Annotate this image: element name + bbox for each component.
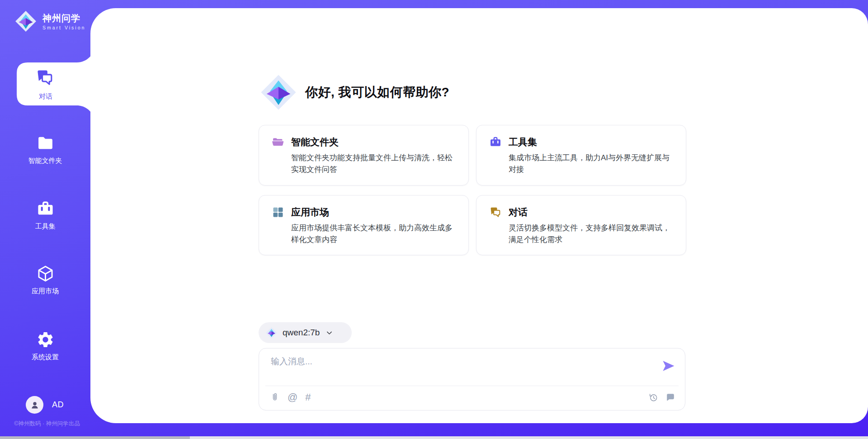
chat-icon [35,68,55,87]
send-button[interactable] [661,359,675,373]
grid-icon [272,206,284,219]
chevron-down-icon [326,329,333,337]
gear-icon [36,330,55,349]
composer-right-toolbar [648,392,675,402]
card-app-market[interactable]: 应用市场 应用市场提供丰富长文本模板，助力高效生成多样化文章内容 [259,195,469,256]
mention-icon[interactable]: @ [288,392,297,402]
composer-toolbar: @ # [270,392,311,402]
model-name: qwen2:7b [283,328,320,338]
message-icon[interactable] [665,392,675,402]
card-description: 智能文件夹功能支持批量文件上传与清洗，轻松实现文件问答 [291,152,457,176]
user-account[interactable]: AD [26,396,64,414]
sidebar-item-smart-folder[interactable]: 智能文件夹 [0,134,90,165]
sidebar-active-tab-background[interactable] [17,44,95,128]
card-description: 应用市场提供丰富长文本模板，助力高效生成多样化文章内容 [291,222,457,246]
chat-icon [489,206,502,219]
card-description: 灵活切换多模型文件，支持多样回复效果调试，满足个性化需求 [509,222,674,246]
card-chat[interactable]: 对话 灵活切换多模型文件，支持多样回复效果调试，满足个性化需求 [476,195,686,256]
history-icon[interactable] [648,392,658,402]
brand-subtitle: Smart Vision [42,25,85,30]
feature-cards: 智能文件夹 智能文件夹功能支持批量文件上传与清洗，轻松实现文件问答 工具集 集成… [259,125,686,255]
composer-divider [265,386,679,386]
app-logo: 神州问学 Smart Vision [14,10,85,33]
folder-icon [36,134,55,153]
folder-open-icon [272,136,284,148]
greeting-title: 你好, 我可以如何帮助你? [305,84,449,101]
sidebar-item-label: 工具集 [0,222,90,231]
card-smart-folder[interactable]: 智能文件夹 智能文件夹功能支持批量文件上传与清洗，轻松实现文件问答 [259,125,469,186]
brand-name: 神州问学 [42,13,85,24]
send-icon [661,359,675,373]
sidebar-item-settings[interactable]: 系统设置 [0,330,90,362]
person-icon [29,400,40,410]
card-title: 工具集 [509,136,537,148]
copyright-text: ©神州数码 · 神州问学出品 [4,420,90,428]
greeting-block: 你好, 我可以如何帮助你? [259,73,449,111]
cube-icon [36,264,55,283]
sidebar-item-label: 智能文件夹 [0,157,90,165]
sidebar-item-app-market[interactable]: 应用市场 [0,264,90,296]
avatar [26,396,43,414]
sidebar-item-toolset[interactable]: 工具集 [0,200,90,231]
user-initials: AD [52,400,64,410]
card-title: 智能文件夹 [291,136,339,148]
paperclip-icon[interactable] [270,392,280,402]
sidebar-item-chat[interactable]: 对话 [17,92,75,101]
card-toolset[interactable]: 工具集 集成市场上主流工具，助力AI与外界无缝扩展与对接 [476,125,686,186]
card-title: 应用市场 [291,206,329,219]
toolbox-icon [36,200,55,218]
sidebar-item-label: 系统设置 [0,353,90,362]
card-description: 集成市场上主流工具，助力AI与外界无缝扩展与对接 [509,152,674,176]
brand-gem-icon [14,10,37,33]
model-selector[interactable]: qwen2:7b [259,322,352,343]
sidebar-item-label: 应用市场 [0,287,90,296]
hashtag-icon[interactable]: # [305,392,311,402]
toolbox-icon [489,136,502,148]
card-title: 对话 [509,206,528,219]
horizontal-scrollbar-track[interactable] [0,436,868,439]
model-gem-icon [265,327,278,339]
brand-gem-icon [259,73,297,111]
message-composer: @ # [259,348,685,410]
horizontal-scrollbar-thumb[interactable] [0,436,190,439]
message-input[interactable] [270,355,656,383]
